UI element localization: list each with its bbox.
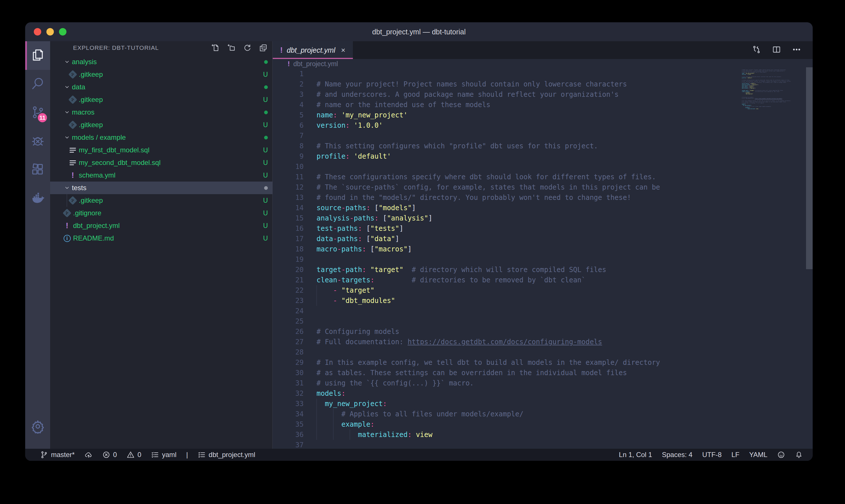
tree-item-label: macros xyxy=(72,108,94,116)
code-line: 22 - "target" xyxy=(273,285,813,295)
code-line: 24 xyxy=(273,306,813,316)
line-number: 11 xyxy=(273,172,304,182)
status-cloud-upload[interactable] xyxy=(85,451,92,459)
extensions-icon xyxy=(31,162,45,178)
status-checklist[interactable]: yaml xyxy=(151,451,177,459)
code-line: 19 xyxy=(273,254,813,265)
status-spaces-4[interactable]: Spaces: 4 xyxy=(662,451,693,459)
line-number: 35 xyxy=(273,419,304,430)
code-line: 11 # These configurations specify where … xyxy=(273,172,813,182)
line-number: 28 xyxy=(273,347,304,357)
breadcrumb-label: dbt_project.yml xyxy=(293,60,338,68)
status-git-branch[interactable]: master* xyxy=(40,451,75,459)
code-line: 2 # Name your project! Project names sho… xyxy=(273,79,813,89)
compare-changes-button[interactable] xyxy=(752,45,761,55)
git-untracked-badge: U xyxy=(263,146,268,154)
split-editor-button[interactable] xyxy=(772,45,781,55)
tree-item-label: models / example xyxy=(72,133,126,142)
more-actions-button[interactable] xyxy=(792,45,801,55)
code-line: 33 my_new_project: xyxy=(273,399,813,409)
yaml-warning-icon: ! xyxy=(69,172,76,179)
git-untracked-badge: U xyxy=(263,121,268,129)
tree-item--gitignore[interactable]: .gitignore U xyxy=(50,207,272,219)
code-line: 10 xyxy=(273,162,813,172)
status-utf-8[interactable]: UTF-8 xyxy=(702,451,721,459)
collapse-all-button[interactable] xyxy=(259,43,268,52)
status-feedback-smiley[interactable] xyxy=(777,451,785,459)
line-number: 18 xyxy=(273,244,304,254)
code-line: 7 xyxy=(273,130,813,141)
minimize-window-button[interactable] xyxy=(47,28,54,36)
tree-item-my-first-dbt-model-sql[interactable]: my_first_dbt_model.sql U xyxy=(50,144,272,156)
tree-item-my-second-dbt-model-sql[interactable]: my_second_dbt_model.sql U xyxy=(50,156,272,169)
close-window-button[interactable] xyxy=(34,28,41,36)
tree-item-analysis[interactable]: analysis xyxy=(50,56,272,68)
zoom-window-button[interactable] xyxy=(59,28,67,36)
chevron-down-icon xyxy=(63,59,71,65)
line-number: 13 xyxy=(273,193,304,203)
activity-item-docker[interactable] xyxy=(25,184,50,213)
minimap[interactable]: # Name your project! Project names shoul… xyxy=(742,68,806,183)
editor-area: ! dbt_project.yml × ! dbt_project.yml 1 … xyxy=(273,41,813,449)
tree-item-tests[interactable]: tests xyxy=(50,182,272,194)
line-number: 24 xyxy=(273,306,304,316)
close-tab-icon[interactable]: × xyxy=(339,46,345,55)
tree-item--gitkeep[interactable]: .gitkeep U xyxy=(50,194,272,207)
line-number: 23 xyxy=(273,295,304,306)
explorer-title: EXPLORER: DBT-TUTORIAL xyxy=(73,44,211,51)
tree-item-models-example[interactable]: models / example xyxy=(50,131,272,144)
activity-item-debug[interactable] xyxy=(25,127,50,156)
line-number: 21 xyxy=(273,275,304,285)
tree-item-data[interactable]: data xyxy=(50,81,272,93)
tree-item-readme-md[interactable]: i README.md U xyxy=(50,232,272,245)
tree-item-schema-yml[interactable]: ! schema.yml U xyxy=(50,169,272,182)
tab-dbt-project-yml[interactable]: ! dbt_project.yml × xyxy=(273,41,353,59)
yaml-warning-icon: ! xyxy=(280,46,283,55)
activity-item-settings[interactable] xyxy=(25,413,50,441)
code-line: 20 target-path: "target" # directory whi… xyxy=(273,265,813,275)
code-line: 29 # In this example config, we tell dbt… xyxy=(273,357,813,368)
code-line: 3 # and underscores. A good package name… xyxy=(273,89,813,100)
refresh-button[interactable] xyxy=(242,43,252,52)
status-error-circle[interactable]: 0 xyxy=(102,451,117,459)
status-bell[interactable] xyxy=(795,451,803,459)
status-warning-triangle[interactable]: 0 xyxy=(127,451,141,459)
tree-item-macros[interactable]: macros xyxy=(50,106,272,119)
code-editor[interactable]: 1 2 # Name your project! Project names s… xyxy=(273,69,813,449)
tree-item-dbt-project-yml[interactable]: ! dbt_project.yml U xyxy=(50,219,272,232)
line-number: 12 xyxy=(273,182,304,193)
scrollbar-thumb[interactable] xyxy=(806,67,813,269)
sql-file-icon xyxy=(69,159,76,166)
tree-item--gitkeep[interactable]: .gitkeep U xyxy=(50,93,272,106)
line-number: 20 xyxy=(273,265,304,275)
status-checklist[interactable]: dbt_project.yml xyxy=(198,451,255,459)
tree-item-label: .gitkeep xyxy=(79,70,103,78)
activity-item-extensions[interactable] xyxy=(25,156,50,184)
vscode-window: dbt_project.yml — dbt-tutorial 11 xyxy=(25,22,813,461)
breadcrumb[interactable]: ! dbt_project.yml xyxy=(273,59,813,69)
line-number: 26 xyxy=(273,326,304,337)
tree-item-label: my_second_dbt_model.sql xyxy=(79,159,161,167)
tree-item--gitkeep[interactable]: .gitkeep U xyxy=(50,68,272,81)
status-ln-1-col-1[interactable]: Ln 1, Col 1 xyxy=(619,451,652,459)
code-line: 12 # The `source-paths` config, for exam… xyxy=(273,182,813,193)
folder-status-dot xyxy=(264,186,268,190)
titlebar: dbt_project.yml — dbt-tutorial xyxy=(25,22,813,41)
new-folder-button[interactable] xyxy=(227,43,236,52)
status-lf[interactable]: LF xyxy=(731,451,739,459)
activity-item-explorer[interactable] xyxy=(25,41,50,70)
tree-item--gitkeep[interactable]: .gitkeep U xyxy=(50,119,272,131)
code-line: 35 example: xyxy=(273,419,813,430)
traffic-lights xyxy=(34,22,67,41)
activity-item-source-control[interactable]: 11 xyxy=(25,98,50,127)
line-number: 1 xyxy=(273,69,304,79)
activity-item-search[interactable] xyxy=(25,70,50,98)
status--[interactable]: | xyxy=(186,451,188,459)
tree-item-label: .gitkeep xyxy=(79,121,103,129)
new-file-button[interactable] xyxy=(211,43,220,52)
line-number: 33 xyxy=(273,399,304,409)
tree-item-label: .gitignore xyxy=(73,209,102,217)
code-line: 21 clean-targets: # directories to be re… xyxy=(273,275,813,285)
code-line: 13 # found in the "models/" directory. Y… xyxy=(273,193,813,203)
status-yaml[interactable]: YAML xyxy=(749,451,767,459)
